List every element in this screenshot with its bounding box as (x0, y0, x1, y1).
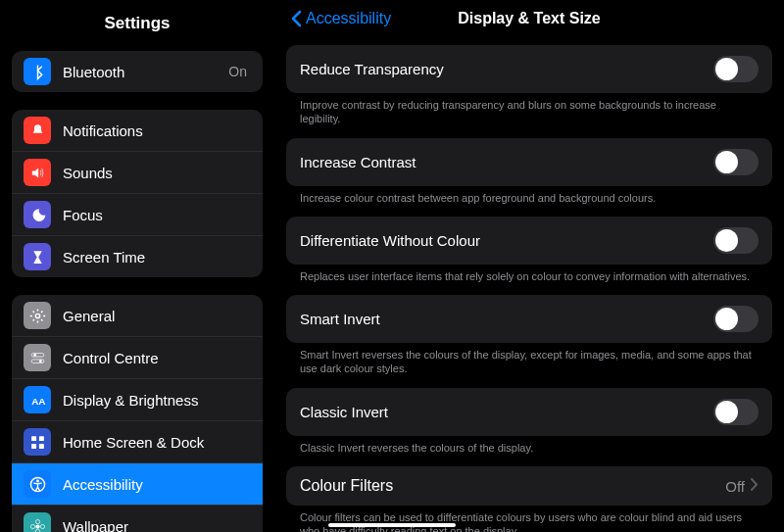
svg-point-12 (35, 524, 39, 528)
svg-text:AA: AA (31, 395, 45, 406)
setting-row-reduce-transparency: Reduce Transparency (286, 45, 772, 93)
sidebar-item-label: Notifications (63, 122, 251, 139)
svg-point-3 (33, 353, 36, 356)
sidebar-item-label: General (63, 308, 251, 324)
setting-row-smart-invert: Smart Invert (286, 295, 772, 343)
svg-point-15 (30, 524, 34, 528)
main-header: Accessibility Display & Text Size (274, 0, 784, 37)
svg-rect-1 (31, 353, 44, 357)
speaker-icon (24, 159, 51, 186)
sidebar-item-label: Sounds (63, 165, 251, 181)
setting-title: Classic Invert (300, 404, 388, 420)
setting-title: Colour Filters (300, 477, 393, 495)
sidebar-item-screen-time[interactable]: Screen Time (12, 236, 263, 277)
chevron-left-icon (290, 10, 302, 27)
svg-point-16 (40, 524, 44, 528)
setting-title: Increase Contrast (300, 154, 416, 170)
setting-description: Improve contrast by reducing transparenc… (286, 93, 772, 130)
toggle-switch[interactable] (713, 56, 759, 82)
svg-rect-2 (31, 359, 44, 363)
svg-point-4 (38, 360, 41, 363)
sidebar-item-focus[interactable]: Focus (12, 194, 263, 236)
toggle-switch[interactable] (713, 149, 759, 175)
toggle-switch[interactable] (713, 306, 759, 332)
toggle-switch[interactable] (713, 399, 759, 425)
setting-row-classic-invert: Classic Invert (286, 388, 772, 436)
toggle-switch[interactable] (713, 227, 759, 254)
home-indicator[interactable] (328, 523, 456, 527)
moon-icon (24, 201, 51, 228)
setting-description: Classic Invert reverses the colours of t… (286, 436, 772, 459)
sidebar-group: BluetoothOn (12, 51, 263, 92)
setting-value: Off (725, 478, 745, 495)
sidebar-item-label: Home Screen & Dock (63, 434, 251, 451)
link-row-colour-filters[interactable]: Colour FiltersOff (286, 466, 772, 506)
setting-row-increase-contrast: Increase Contrast (286, 138, 772, 186)
svg-rect-9 (38, 443, 43, 448)
switches-icon (24, 344, 51, 371)
settings-sidebar: Settings BluetoothOnNotificationsSoundsF… (0, 0, 274, 532)
svg-point-13 (35, 519, 39, 523)
sidebar-item-wallpaper[interactable]: Wallpaper (12, 506, 263, 532)
sidebar-item-accessibility[interactable]: Accessibility (12, 463, 263, 506)
hourglass-icon (24, 243, 51, 270)
svg-rect-8 (31, 443, 36, 448)
sidebar-item-label: Wallpaper (63, 518, 251, 533)
setting-description: Increase colour contrast between app for… (286, 186, 772, 209)
svg-rect-7 (38, 436, 43, 441)
svg-rect-6 (31, 436, 36, 441)
svg-point-11 (36, 479, 39, 482)
grid-icon (24, 428, 51, 456)
sidebar-item-bluetooth[interactable]: BluetoothOn (12, 51, 263, 92)
accessibility-icon (24, 470, 51, 498)
page-title: Display & Text Size (458, 10, 601, 27)
chevron-right-icon (751, 477, 759, 495)
sidebar-item-general[interactable]: General (12, 295, 263, 337)
setting-title: Reduce Transparency (300, 61, 444, 77)
setting-description: Colour filters can be used to differenti… (286, 506, 772, 532)
sidebar-item-label: Focus (63, 207, 251, 223)
sidebar-item-label: Bluetooth (63, 64, 228, 80)
back-label: Accessibility (306, 10, 391, 27)
sidebar-group: NotificationsSoundsFocusScreen Time (12, 110, 263, 277)
setting-description: Replaces user interface items that rely … (286, 265, 772, 287)
sidebar-title: Settings (0, 8, 274, 45)
sidebar-group: GeneralControl CentreAADisplay & Brightn… (12, 295, 263, 532)
setting-row-differentiate-without-colour: Differentiate Without Colour (286, 217, 772, 265)
sidebar-item-notifications[interactable]: Notifications (12, 110, 263, 152)
sidebar-item-value: On (228, 64, 247, 79)
bell-icon (24, 117, 51, 144)
main-content: Reduce TransparencyImprove contrast by r… (274, 37, 784, 532)
setting-description: Smart Invert reverses the colours of the… (286, 343, 772, 380)
aa-icon: AA (24, 386, 51, 413)
sidebar-item-control-centre[interactable]: Control Centre (12, 337, 263, 379)
setting-title: Smart Invert (300, 311, 380, 327)
sidebar-item-label: Screen Time (63, 249, 251, 266)
sidebar-item-label: Display & Brightness (63, 392, 251, 409)
main-panel: Accessibility Display & Text Size Reduce… (274, 0, 784, 532)
bluetooth-icon (24, 58, 51, 85)
sidebar-item-home-screen-dock[interactable]: Home Screen & Dock (12, 421, 263, 463)
flower-icon (24, 512, 51, 532)
sidebar-item-label: Accessibility (63, 476, 251, 493)
gear-icon (24, 302, 51, 329)
svg-point-0 (35, 314, 39, 317)
setting-title: Differentiate Without Colour (300, 232, 480, 249)
back-button[interactable]: Accessibility (290, 10, 391, 27)
sidebar-item-sounds[interactable]: Sounds (12, 152, 263, 194)
sidebar-item-display-brightness[interactable]: AADisplay & Brightness (12, 379, 263, 421)
sidebar-item-label: Control Centre (63, 350, 251, 366)
